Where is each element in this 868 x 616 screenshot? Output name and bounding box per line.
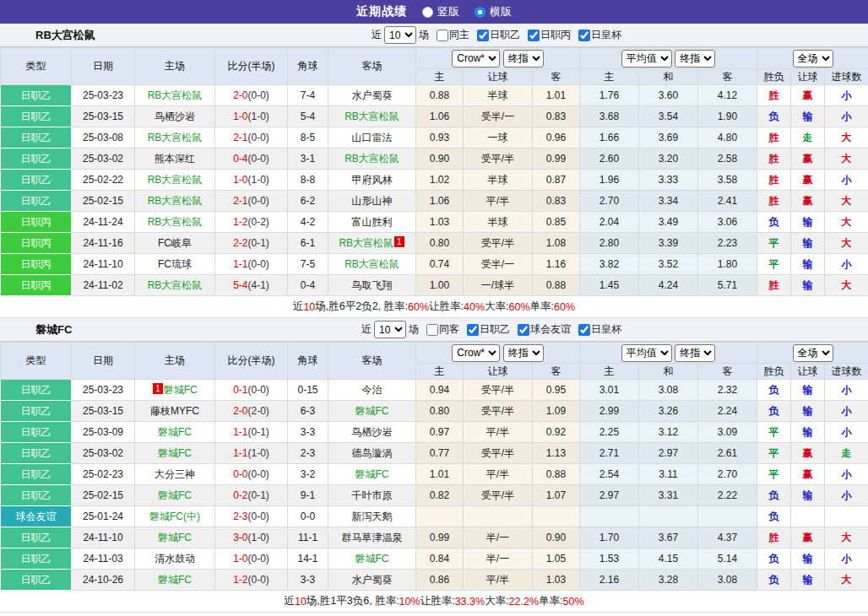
recent-count-select[interactable]: 10 xyxy=(374,321,406,338)
result-goals-cell: 小 xyxy=(825,548,868,570)
match-row: 球会友谊25-01-24磐城FC(中)2-3(0-0)0-0新泻天鹅负 xyxy=(1,506,868,527)
avg-draw-cell: 3.39 xyxy=(639,233,698,254)
score-cell: 1-1(0-0) xyxy=(215,254,288,275)
team-section: 磐城FC近10场同客日职乙球会友谊日皇杯类型日期主场比分(半场)角球客场Crow… xyxy=(0,318,868,613)
fulltime-score: 2-3 xyxy=(233,511,247,522)
same-venue-option[interactable]: 同主 xyxy=(431,28,469,42)
team-name: 清水鼓动 xyxy=(155,553,195,565)
result-outcome-cell: 胜 xyxy=(757,275,791,296)
section-header: RB大宫松鼠近10场同主日职乙日职丙日皇杯 xyxy=(0,24,868,47)
result-handicap-cell: 输 xyxy=(791,212,825,233)
match-row: 日职乙25-03-231磐城FC0-1(0-0)0-15今治0.94受平/半0.… xyxy=(1,380,868,401)
summary-part: 10 xyxy=(295,596,307,608)
team-name: 水户蜀葵 xyxy=(352,574,393,586)
score-cell: 2-0(0-0) xyxy=(215,85,288,106)
team-name: 磐城FC(中) xyxy=(149,511,200,522)
bookmaker-select[interactable]: Crow* xyxy=(452,50,500,68)
odds-away-cell: 1.13 xyxy=(533,443,580,464)
home-team-cell: 磐城FC xyxy=(135,527,215,548)
layout-radio-horizontal[interactable]: 横版 xyxy=(475,4,512,19)
corner-cell: 5-4 xyxy=(288,106,328,127)
avg-away-cell: 2.41 xyxy=(698,191,757,212)
league-option[interactable]: 日皇杯 xyxy=(573,28,621,42)
league-checkbox[interactable] xyxy=(467,324,479,336)
result-outcome-cell: 胜 xyxy=(757,127,791,149)
radio-vertical-label: 竖版 xyxy=(437,4,459,19)
score-cell: 0-1(0-0) xyxy=(215,380,288,401)
league-checkbox[interactable] xyxy=(578,324,590,336)
league-option[interactable]: 日皇杯 xyxy=(573,322,621,337)
result-outcome-cell: 胜 xyxy=(757,527,791,548)
header-col-corner: 角球 xyxy=(288,343,328,380)
league-checkbox[interactable] xyxy=(518,324,529,336)
average-time-select[interactable]: 终指 xyxy=(675,50,715,68)
header-col-home: 主场 xyxy=(135,343,215,380)
summary-part: 单率: xyxy=(530,300,554,314)
home-team-cell: 清水鼓动 xyxy=(135,548,215,570)
league-type-badge: 日职乙 xyxy=(1,401,72,422)
radio-horizontal-icon[interactable] xyxy=(475,7,486,18)
league-option[interactable]: 日职丙 xyxy=(523,28,571,42)
fulltime-score: 0-4 xyxy=(233,153,247,165)
home-team-cell: 磐城FC(中) xyxy=(135,506,215,527)
header-sub-result-handicap: 让球 xyxy=(791,364,825,380)
result-handicap-cell xyxy=(791,506,825,527)
fulltime-score: 1-1 xyxy=(233,447,247,459)
odds-time-select[interactable]: 终指 xyxy=(503,50,544,68)
league-checkbox[interactable] xyxy=(477,30,489,41)
halftime-score: (0-0) xyxy=(248,89,269,101)
score-cell: 2-0(2-0) xyxy=(215,401,288,422)
odds-away-cell: 1.03 xyxy=(533,570,580,591)
league-type-badge: 日职乙 xyxy=(1,191,72,212)
league-option[interactable]: 球会友谊 xyxy=(513,322,571,337)
odds-home-cell xyxy=(416,506,464,527)
match-date: 25-02-23 xyxy=(72,464,135,485)
result-goals-cell: 小 xyxy=(825,485,868,506)
league-checkbox[interactable] xyxy=(528,30,540,41)
recent-count-select[interactable]: 10 xyxy=(384,26,416,44)
summary-part: 近 xyxy=(293,300,304,314)
match-date: 24-11-02 xyxy=(72,275,135,296)
team-name: RB大宫松鼠 xyxy=(344,153,399,165)
league-option[interactable]: 日职乙 xyxy=(462,322,510,337)
same-venue-checkbox[interactable] xyxy=(426,324,438,336)
same-venue-label: 同客 xyxy=(439,322,459,337)
result-outcome-cell: 平 xyxy=(757,464,791,485)
result-goals-cell: 大 xyxy=(825,212,868,233)
home-team-cell: FC岐阜 xyxy=(135,233,215,254)
avg-away-cell: 2.24 xyxy=(698,401,757,422)
header-fulltime-group: 全场 xyxy=(757,343,868,364)
odds-handicap-cell: 受平/半 xyxy=(464,380,533,401)
bookmaker-select[interactable]: Crow* xyxy=(452,344,500,362)
odds-away-cell: 1.05 xyxy=(533,548,580,570)
result-goals-cell: 小 xyxy=(825,380,868,401)
home-team-cell: FC琉球 xyxy=(135,254,215,275)
fulltime-select[interactable]: 全场 xyxy=(793,50,833,68)
odds-handicap-cell: 半球 xyxy=(464,170,533,191)
avg-home-cell: 2.16 xyxy=(580,570,639,591)
average-select[interactable]: 平均值 xyxy=(621,50,672,68)
corner-cell: 3-3 xyxy=(288,422,328,443)
radio-vertical-icon[interactable] xyxy=(422,7,433,18)
fulltime-score: 0-2 xyxy=(233,489,247,501)
odds-time-select[interactable]: 终指 xyxy=(503,344,544,362)
odds-away-cell: 0.92 xyxy=(533,422,580,443)
avg-away-cell: 4.80 xyxy=(698,127,757,149)
avg-draw-cell: 3.33 xyxy=(639,170,698,191)
match-filter: 近10场同客日职乙球会友谊日皇杯 xyxy=(361,321,621,338)
odds-handicap-cell: 受平/半 xyxy=(464,233,533,254)
league-option[interactable]: 日职乙 xyxy=(472,28,520,42)
same-venue-option[interactable]: 同客 xyxy=(421,322,459,337)
average-time-select[interactable]: 终指 xyxy=(675,344,715,362)
layout-radio-vertical[interactable]: 竖版 xyxy=(422,4,459,19)
home-team-cell: 磐城FC xyxy=(135,485,215,506)
summary-part: 60% xyxy=(408,301,429,313)
result-outcome-cell: 负 xyxy=(757,212,791,233)
result-handicap-cell: 赢 xyxy=(791,85,825,106)
same-venue-checkbox[interactable] xyxy=(437,30,448,41)
average-select[interactable]: 平均值 xyxy=(621,344,672,362)
avg-home-cell: 2.97 xyxy=(580,485,639,506)
league-checkbox[interactable] xyxy=(578,30,590,41)
result-handicap-cell: 赢 xyxy=(791,191,825,212)
fulltime-select[interactable]: 全场 xyxy=(793,344,833,362)
